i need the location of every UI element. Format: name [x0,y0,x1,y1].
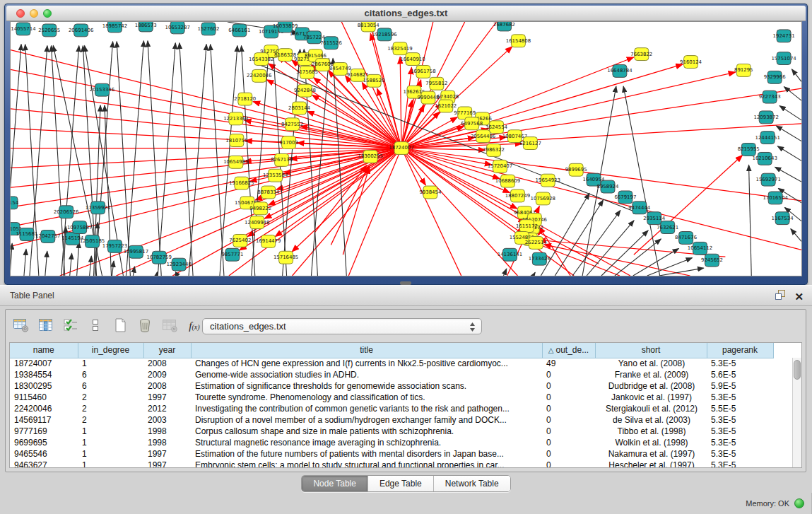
graph-node[interactable]: 15716485 [273,251,298,264]
graph-node[interactable]: 8215955 [738,144,760,156]
svg-text:8915466: 8915466 [305,53,326,59]
close-panel-icon[interactable]: ✕ [794,291,804,302]
network-canvas[interactable]: 1405571425206552069140618985742188657310… [10,21,802,276]
graph-node[interactable]: 8878334 [257,186,280,199]
table-row[interactable]: 2242004622012Investigating the contribut… [10,403,773,414]
graph-node[interactable]: 8427552 [281,118,303,131]
graph-node[interactable]: 891295 [734,64,753,77]
table-settings-button[interactable] [10,315,33,337]
status-bar: Memory: OK [0,493,812,514]
graph-node[interactable]: 1810755 [225,134,247,147]
graph-node[interactable]: 16154808 [506,35,531,47]
graph-node[interactable]: 8471676 [675,232,697,245]
graph-node[interactable]: 17016504 [763,192,788,204]
graph-node[interactable]: 12505185 [80,235,105,247]
graph-node[interactable]: 16961758 [411,65,435,78]
graph-node[interactable]: 2687682 [493,22,515,31]
column-header-short[interactable]: short [595,343,707,358]
table-row[interactable]: 946554611997Estimation of the future num… [10,448,773,460]
network-window-titlebar[interactable]: citations_edges.txt [6,6,806,21]
graph-node[interactable]: 12213363 [223,112,248,125]
table-row[interactable]: 1830029562008Estimation of significance … [10,380,773,392]
table-row[interactable]: 969969511998Structural magnetic resonanc… [10,437,773,448]
table-row[interactable]: 1872400712008Changes of HCN gene express… [10,358,773,369]
tab-node-table[interactable]: Node Table [302,476,368,491]
graph-node[interactable]: 9899695 [565,163,587,176]
graph-node[interactable]: 20206576 [54,206,78,218]
graph-node[interactable]: 1886573 [135,22,157,32]
float-panel-icon[interactable] [775,290,786,303]
table-scrollbar-thumb[interactable] [794,360,801,380]
table-cell: 1 [78,426,143,437]
new-table-button[interactable] [109,315,131,337]
delete-table-button[interactable] [158,315,181,337]
graph-node[interactable]: 6466161 [228,24,250,37]
svg-text:9146821: 9146821 [347,72,369,78]
graph-node[interactable]: 10653287 [165,22,189,34]
svg-text:1733426: 1733426 [529,256,551,262]
svg-text:10975887: 10975887 [67,225,92,230]
column-header-label: out_de... [555,345,589,355]
graph-node[interactable]: 1527602 [198,23,220,35]
graph-node[interactable]: 7955812 [425,77,447,90]
column-header-title[interactable]: title [191,343,542,358]
graph-node[interactable]: 39154 [11,197,19,209]
graph-node[interactable]: 9938454 [419,186,442,199]
graph-node[interactable]: 18985742 [102,22,127,33]
table-row[interactable]: 1456911722003Disruption of a novel membe… [10,414,773,426]
graph-node[interactable]: 15692971 [755,173,780,186]
graph-node[interactable]: 20691406 [69,24,93,37]
column-header-pagerank[interactable]: pagerank [707,343,773,358]
graph-node[interactable]: 1733426 [529,252,551,265]
graph-node[interactable]: 19654923 [536,174,560,187]
show-columns-button[interactable] [35,315,57,337]
column-header-out_de[interactable]: △out_de... [542,343,595,358]
graph-node[interactable]: 16210643 [752,152,777,165]
graph-node[interactable]: 9329966 [764,71,786,83]
svg-text:15716485: 15716485 [273,255,298,260]
row-height-button[interactable] [84,315,107,337]
table-toolbar: f(x) [10,314,208,338]
graph-node[interactable]: 7663822 [630,48,652,61]
graph-node[interactable]: 18807249 [505,189,530,202]
graph-node[interactable]: 1167534 [772,212,794,225]
graph-node[interactable]: 2718120 [234,93,256,105]
graph-node[interactable]: 12042757 [35,230,60,243]
graph-node[interactable]: 10756928 [531,192,555,205]
graph-node[interactable]: 12353584 [263,169,288,182]
graph-node[interactable]: 12444151 [755,132,779,144]
graph-node[interactable]: 10654985 [223,156,248,168]
table-row[interactable]: 977716911998Corpus callosum shape and si… [10,426,773,437]
column-header-in_degree[interactable]: in_degree [78,343,143,358]
graph-node[interactable]: 20153346 [90,83,114,96]
table-cell: 1 [78,460,143,468]
graph-node[interactable]: 10975887 [67,221,92,234]
graph-node[interactable]: 14055714 [11,23,36,35]
graph-node[interactable]: 19218596 [372,28,396,41]
table-row[interactable]: 911546021997Tourette syndrome. Phenomeno… [10,392,773,403]
graph-node[interactable]: 7986322 [483,144,505,157]
table-selector-combobox[interactable]: citations_edges.txt [202,318,482,334]
graph-node[interactable]: 1924731 [773,30,795,42]
table-row[interactable]: 946362711997Embryonic stem cells: a mode… [10,460,773,468]
network-graph[interactable]: 1405571425206552069140618985742188657310… [11,22,801,276]
table-row[interactable]: 1938455462009Genome-wide association stu… [10,369,773,380]
column-header-name[interactable]: name [10,343,78,358]
graph-node[interactable]: 9160124 [680,56,702,69]
delete-button[interactable] [134,315,156,337]
graph-node[interactable]: 12093872 [753,111,778,124]
tab-edge-table[interactable]: Edge Table [368,476,434,491]
graph-node[interactable]: 6679197 [614,191,636,204]
graph-node[interactable]: 8267130 [271,153,293,166]
column-header-year[interactable]: year [143,343,191,358]
graph-node[interactable]: 17359924 [86,201,111,214]
graph-node[interactable]: 8813054 [358,22,380,32]
graph-node[interactable]: 917003 [279,136,298,149]
tab-network-table[interactable]: Network Table [434,476,510,491]
graph-node[interactable]: 2520655 [38,24,60,37]
graph-node[interactable]: 10688609 [495,175,520,187]
graph-node[interactable]: 16914479 [256,235,281,247]
graph-node[interactable]: 15751074 [771,52,796,65]
table-scrollbar[interactable] [792,358,801,467]
select-rows-button[interactable] [59,315,82,337]
